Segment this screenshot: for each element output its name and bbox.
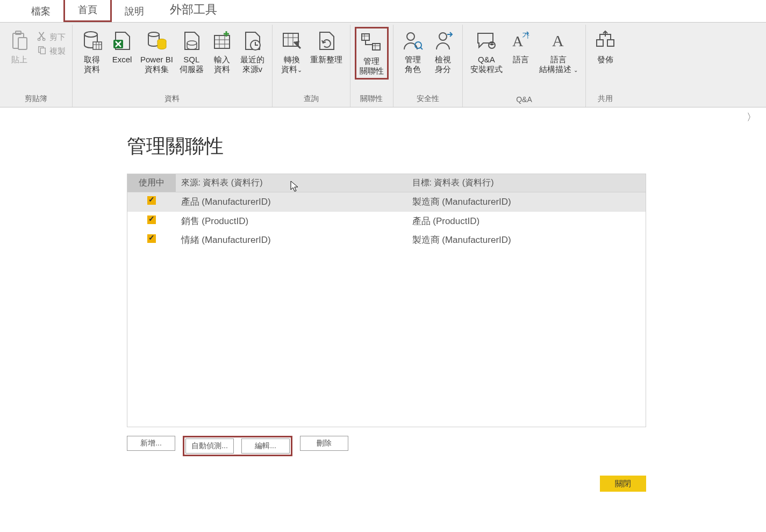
svg-point-18 <box>407 33 414 40</box>
btn-publish-label: 發佈 <box>597 55 613 64</box>
group-share-title: 共用 <box>590 92 620 107</box>
btn-paste-label: 貼上 <box>11 55 27 64</box>
cell-source: 情緒 (ManufacturerID) <box>176 231 407 250</box>
btn-qa-setup-label: Q&A 安裝程式 <box>470 55 503 74</box>
tab-home[interactable]: 首頁 <box>63 0 112 22</box>
group-relationships-title: 關聯性 <box>355 92 389 107</box>
svg-text:가: 가 <box>522 31 529 39</box>
btn-recent-label: 最近的 來源v <box>240 55 264 74</box>
btn-refresh-label: 重新整理 <box>310 55 342 64</box>
highlighted-button-group: 自動偵測... 編輯... <box>183 436 292 456</box>
tab-help[interactable]: 說明 <box>112 1 157 22</box>
tab-external-tools[interactable]: 外部工具 <box>157 0 230 22</box>
paste-icon <box>8 29 31 53</box>
cell-source: 銷售 (ProductID) <box>176 212 407 231</box>
btn-manage-rel-label: 管理 關聯性 <box>360 56 384 76</box>
btn-view-as[interactable]: 檢視 身分 <box>428 27 458 76</box>
btn-enter-data[interactable]: 輸入 資料 <box>207 27 237 76</box>
ribbon-overflow-chevron[interactable]: 〉 <box>747 112 756 123</box>
cell-source: 產品 (ManufacturerID) <box>176 192 407 212</box>
group-share: 發佈 共用 <box>586 25 625 107</box>
btn-publish[interactable]: 發佈 <box>590 27 620 67</box>
table-row[interactable]: 銷售 (ProductID)產品 (ProductID) <box>127 212 646 231</box>
manage-relationships-dialog: 管理關聯性 使用中 來源: 資料表 (資料行) 目標: 資料表 (資料行) 產品… <box>127 133 646 492</box>
btn-powerbi-label: Power BI 資料集 <box>140 55 173 74</box>
view-as-icon <box>431 29 455 53</box>
btn-manage-roles[interactable]: 管理 角色 <box>398 27 428 76</box>
btn-paste[interactable]: 貼上 <box>4 27 34 67</box>
refresh-icon <box>314 29 338 53</box>
dialog-action-buttons: 新增... 自動偵測... 編輯... 刪除 <box>127 427 646 456</box>
btn-language[interactable]: A가 語言 <box>506 27 536 67</box>
btn-qa-setup[interactable]: Q&A 安裝程式 <box>467 27 506 76</box>
language-icon: A가 <box>509 29 533 53</box>
group-security: 管理 角色 檢視 身分 安全性 <box>393 25 463 107</box>
btn-copy[interactable]: 複製 <box>34 44 68 58</box>
btn-autodetect[interactable]: 自動偵測... <box>185 438 234 454</box>
col-active[interactable]: 使用中 <box>127 174 176 192</box>
relationships-tbody: 產品 (ManufacturerID)製造商 (ManufacturerID)銷… <box>127 192 646 427</box>
btn-sql-label: SQL 伺服器 <box>180 55 204 74</box>
linguistic-schema-icon: A <box>547 29 570 53</box>
btn-enter-data-label: 輸入 資料 <box>214 55 230 74</box>
btn-get-data[interactable]: 取得 資料 <box>77 27 107 76</box>
relationships-table: 使用中 來源: 資料表 (資料行) 目標: 資料表 (資料行) 產品 (Manu… <box>127 174 646 427</box>
cell-target: 製造商 (ManufacturerID) <box>407 192 646 212</box>
table-row[interactable]: 情緒 (ManufacturerID)製造商 (ManufacturerID) <box>127 231 646 250</box>
btn-excel-label: Excel <box>112 55 132 64</box>
btn-manage-relationships[interactable]: 管理 關聯性 <box>355 27 389 80</box>
col-target[interactable]: 目標: 資料表 (資料行) <box>407 174 646 192</box>
btn-sql-server[interactable]: SQL 伺服器 <box>176 27 207 76</box>
svg-rect-26 <box>607 40 614 46</box>
sql-icon <box>180 29 203 53</box>
group-qa: Q&A 安裝程式 A가 語言 A 語言 結構描述 ⌄ Q&A <box>463 25 586 107</box>
btn-excel[interactable]: Excel <box>107 27 137 67</box>
group-query: 轉換 資料⌄ 重新整理 查詢 <box>273 25 350 107</box>
btn-copy-label: 複製 <box>49 46 66 56</box>
manage-roles-icon <box>401 29 425 53</box>
active-checkbox[interactable] <box>147 234 156 243</box>
svg-rect-8 <box>93 42 102 49</box>
svg-text:A: A <box>552 32 564 49</box>
svg-point-7 <box>84 32 97 37</box>
dialog-title: 管理關聯性 <box>127 133 646 160</box>
group-clipboard: 貼上 剪下 複製 剪貼簿 <box>0 25 73 107</box>
svg-point-20 <box>439 33 447 40</box>
btn-cut[interactable]: 剪下 <box>34 30 68 44</box>
database-icon <box>80 29 104 53</box>
btn-cut-label: 剪下 <box>49 32 66 42</box>
btn-refresh[interactable]: 重新整理 <box>307 27 346 67</box>
svg-rect-6 <box>40 48 45 54</box>
btn-new-relationship[interactable]: 新增... <box>127 436 175 451</box>
group-security-title: 安全性 <box>398 92 458 107</box>
btn-view-as-label: 檢視 身分 <box>435 55 451 74</box>
relationships-icon <box>360 31 383 54</box>
btn-recent-sources[interactable]: 最近的 來源v <box>237 27 268 76</box>
btn-close-dialog[interactable]: 關閉 <box>600 476 646 492</box>
btn-manage-roles-label: 管理 角色 <box>405 55 421 74</box>
cell-target: 產品 (ProductID) <box>407 212 646 231</box>
qa-setup-icon <box>475 29 498 53</box>
btn-edit-relationship[interactable]: 編輯... <box>241 438 290 454</box>
group-query-title: 查詢 <box>277 92 346 107</box>
btn-linguistic-schema-label: 語言 結構描述 ⌄ <box>539 55 578 74</box>
group-data-title: 資料 <box>77 92 268 107</box>
btn-transform-data[interactable]: 轉換 資料⌄ <box>277 27 307 76</box>
btn-linguistic-schema[interactable]: A 語言 結構描述 ⌄ <box>536 27 581 76</box>
svg-rect-17 <box>373 44 380 50</box>
tab-file[interactable]: 檔案 <box>18 1 63 22</box>
active-checkbox[interactable] <box>147 196 156 205</box>
menu-tabs: 檔案 首頁 說明 外部工具 <box>0 0 766 23</box>
group-relationships: 管理 關聯性 關聯性 <box>350 25 393 107</box>
btn-language-label: 語言 <box>513 55 529 64</box>
cut-icon <box>37 31 47 41</box>
publish-icon <box>593 29 617 53</box>
btn-powerbi-dataset[interactable]: Power BI 資料集 <box>137 27 176 76</box>
btn-delete-relationship[interactable]: 刪除 <box>300 436 348 451</box>
col-source[interactable]: 來源: 資料表 (資料行) <box>176 174 407 192</box>
group-data: 取得 資料 Excel Power BI 資料集 SQL 伺服器 輸入 資料 最… <box>73 25 273 107</box>
copy-icon <box>37 45 47 55</box>
active-checkbox[interactable] <box>147 215 156 224</box>
table-row[interactable]: 產品 (ManufacturerID)製造商 (ManufacturerID) <box>127 192 646 212</box>
recent-icon <box>240 29 264 53</box>
